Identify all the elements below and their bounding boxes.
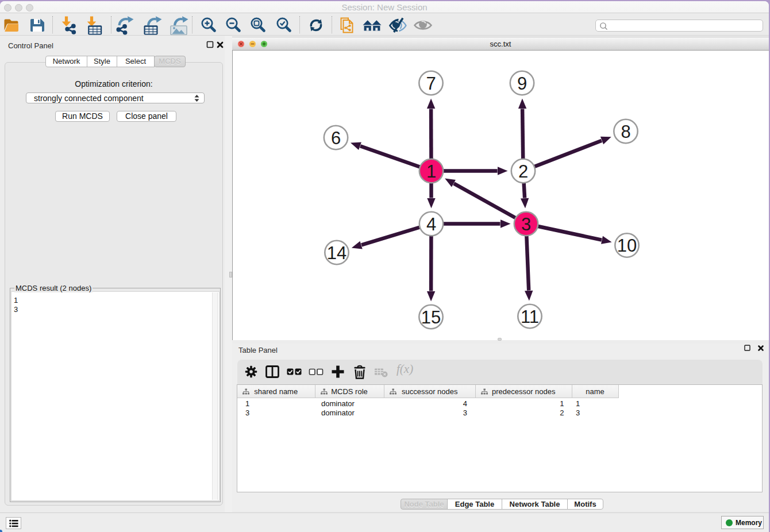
svg-text:1: 1 xyxy=(426,161,436,182)
svg-text:10: 10 xyxy=(617,236,637,256)
svg-text:9: 9 xyxy=(517,74,527,94)
svg-text:2: 2 xyxy=(518,161,528,182)
svg-text:4: 4 xyxy=(426,214,436,234)
svg-text:11: 11 xyxy=(521,307,539,327)
svg-text:14: 14 xyxy=(327,243,346,263)
svg-text:8: 8 xyxy=(621,122,630,142)
svg-text:7: 7 xyxy=(426,74,436,94)
svg-text:6: 6 xyxy=(331,128,341,148)
svg-text:15: 15 xyxy=(421,307,441,327)
svg-text:3: 3 xyxy=(521,214,531,234)
